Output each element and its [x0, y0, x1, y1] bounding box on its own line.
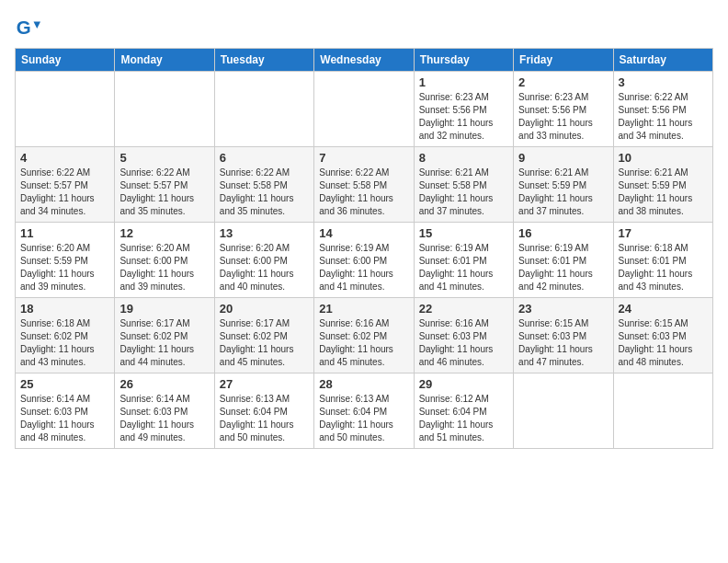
calendar-cell: 15Sunrise: 6:19 AM Sunset: 6:01 PM Dayli…	[414, 223, 513, 298]
calendar-cell	[115, 72, 214, 147]
calendar-cell	[514, 373, 613, 449]
day-number: 10	[619, 151, 708, 165]
calendar-cell: 7Sunrise: 6:22 AM Sunset: 5:58 PM Daylig…	[314, 147, 414, 223]
calendar-cell: 12Sunrise: 6:20 AM Sunset: 6:00 PM Dayli…	[115, 223, 214, 298]
day-info: Sunrise: 6:22 AM Sunset: 5:56 PM Dayligh…	[619, 91, 708, 143]
calendar-header-row: SundayMondayTuesdayWednesdayThursdayFrid…	[16, 49, 713, 72]
day-info: Sunrise: 6:21 AM Sunset: 5:59 PM Dayligh…	[619, 167, 708, 218]
day-number: 7	[319, 151, 408, 165]
day-number: 14	[319, 226, 408, 240]
calendar-week-row: 11Sunrise: 6:20 AM Sunset: 5:59 PM Dayli…	[16, 223, 713, 298]
day-info: Sunrise: 6:18 AM Sunset: 6:02 PM Dayligh…	[20, 317, 109, 369]
calendar-cell: 8Sunrise: 6:21 AM Sunset: 5:58 PM Daylig…	[414, 147, 513, 223]
calendar-cell	[613, 373, 712, 449]
day-info: Sunrise: 6:13 AM Sunset: 6:04 PM Dayligh…	[319, 393, 408, 444]
weekday-header: Sunday	[16, 49, 115, 72]
day-info: Sunrise: 6:20 AM Sunset: 5:59 PM Dayligh…	[20, 242, 109, 293]
day-number: 21	[319, 302, 408, 316]
day-info: Sunrise: 6:23 AM Sunset: 5:56 PM Dayligh…	[419, 91, 508, 143]
calendar-cell: 20Sunrise: 6:17 AM Sunset: 6:02 PM Dayli…	[214, 298, 313, 373]
calendar-cell	[16, 72, 115, 147]
day-number: 22	[419, 302, 508, 316]
day-number: 13	[220, 226, 309, 240]
day-info: Sunrise: 6:12 AM Sunset: 6:04 PM Dayligh…	[419, 393, 508, 444]
logo-icon: G	[15, 15, 40, 40]
day-number: 3	[619, 75, 708, 89]
day-info: Sunrise: 6:15 AM Sunset: 6:03 PM Dayligh…	[619, 317, 708, 369]
calendar-cell: 2Sunrise: 6:23 AM Sunset: 5:56 PM Daylig…	[514, 72, 613, 147]
day-number: 27	[220, 377, 309, 391]
day-info: Sunrise: 6:22 AM Sunset: 5:58 PM Dayligh…	[220, 167, 309, 218]
calendar-cell: 29Sunrise: 6:12 AM Sunset: 6:04 PM Dayli…	[414, 373, 513, 449]
calendar-cell	[314, 72, 414, 147]
calendar-cell: 21Sunrise: 6:16 AM Sunset: 6:02 PM Dayli…	[314, 298, 414, 373]
calendar-cell: 11Sunrise: 6:20 AM Sunset: 5:59 PM Dayli…	[16, 223, 115, 298]
calendar-cell: 19Sunrise: 6:17 AM Sunset: 6:02 PM Dayli…	[115, 298, 214, 373]
day-info: Sunrise: 6:22 AM Sunset: 5:57 PM Dayligh…	[20, 167, 109, 218]
day-number: 18	[20, 302, 109, 316]
day-info: Sunrise: 6:21 AM Sunset: 5:58 PM Dayligh…	[419, 167, 508, 218]
calendar-cell: 1Sunrise: 6:23 AM Sunset: 5:56 PM Daylig…	[414, 72, 513, 147]
day-info: Sunrise: 6:19 AM Sunset: 6:01 PM Dayligh…	[518, 242, 608, 293]
day-info: Sunrise: 6:18 AM Sunset: 6:01 PM Dayligh…	[619, 242, 708, 293]
day-number: 6	[220, 151, 309, 165]
day-info: Sunrise: 6:22 AM Sunset: 5:57 PM Dayligh…	[119, 167, 209, 218]
calendar-week-row: 1Sunrise: 6:23 AM Sunset: 5:56 PM Daylig…	[16, 72, 713, 147]
calendar-cell: 6Sunrise: 6:22 AM Sunset: 5:58 PM Daylig…	[214, 147, 313, 223]
day-number: 25	[20, 377, 109, 391]
weekday-header: Wednesday	[314, 49, 414, 72]
calendar-cell: 5Sunrise: 6:22 AM Sunset: 5:57 PM Daylig…	[115, 147, 214, 223]
page-header: G	[15, 15, 713, 40]
day-info: Sunrise: 6:20 AM Sunset: 6:00 PM Dayligh…	[220, 242, 309, 293]
day-info: Sunrise: 6:23 AM Sunset: 5:56 PM Dayligh…	[518, 91, 608, 143]
calendar-cell: 16Sunrise: 6:19 AM Sunset: 6:01 PM Dayli…	[514, 223, 613, 298]
day-number: 17	[619, 226, 708, 240]
day-info: Sunrise: 6:21 AM Sunset: 5:59 PM Dayligh…	[518, 167, 608, 218]
calendar-cell: 10Sunrise: 6:21 AM Sunset: 5:59 PM Dayli…	[613, 147, 712, 223]
calendar-cell: 3Sunrise: 6:22 AM Sunset: 5:56 PM Daylig…	[613, 72, 712, 147]
calendar-cell: 9Sunrise: 6:21 AM Sunset: 5:59 PM Daylig…	[514, 147, 613, 223]
calendar-cell: 4Sunrise: 6:22 AM Sunset: 5:57 PM Daylig…	[16, 147, 115, 223]
calendar-cell: 18Sunrise: 6:18 AM Sunset: 6:02 PM Dayli…	[16, 298, 115, 373]
calendar-cell: 26Sunrise: 6:14 AM Sunset: 6:03 PM Dayli…	[115, 373, 214, 449]
day-number: 1	[419, 75, 508, 89]
day-info: Sunrise: 6:13 AM Sunset: 6:04 PM Dayligh…	[220, 393, 309, 444]
day-number: 5	[119, 151, 209, 165]
day-info: Sunrise: 6:22 AM Sunset: 5:58 PM Dayligh…	[319, 167, 408, 218]
day-number: 28	[319, 377, 408, 391]
calendar-cell: 13Sunrise: 6:20 AM Sunset: 6:00 PM Dayli…	[214, 223, 313, 298]
day-number: 12	[119, 226, 209, 240]
calendar-week-row: 25Sunrise: 6:14 AM Sunset: 6:03 PM Dayli…	[16, 373, 713, 449]
weekday-header: Saturday	[613, 49, 712, 72]
day-number: 15	[419, 226, 508, 240]
day-info: Sunrise: 6:14 AM Sunset: 6:03 PM Dayligh…	[20, 393, 109, 444]
weekday-header: Friday	[514, 49, 613, 72]
calendar-cell: 25Sunrise: 6:14 AM Sunset: 6:03 PM Dayli…	[16, 373, 115, 449]
day-info: Sunrise: 6:15 AM Sunset: 6:03 PM Dayligh…	[518, 317, 608, 369]
day-number: 20	[220, 302, 309, 316]
calendar-cell: 17Sunrise: 6:18 AM Sunset: 6:01 PM Dayli…	[613, 223, 712, 298]
day-number: 19	[119, 302, 209, 316]
day-number: 26	[119, 377, 209, 391]
day-number: 24	[619, 302, 708, 316]
calendar-cell: 24Sunrise: 6:15 AM Sunset: 6:03 PM Dayli…	[613, 298, 712, 373]
calendar-cell: 28Sunrise: 6:13 AM Sunset: 6:04 PM Dayli…	[314, 373, 414, 449]
weekday-header: Thursday	[414, 49, 513, 72]
day-info: Sunrise: 6:16 AM Sunset: 6:03 PM Dayligh…	[419, 317, 508, 369]
day-number: 4	[20, 151, 109, 165]
calendar-cell: 27Sunrise: 6:13 AM Sunset: 6:04 PM Dayli…	[214, 373, 313, 449]
day-number: 2	[518, 75, 608, 89]
day-info: Sunrise: 6:20 AM Sunset: 6:00 PM Dayligh…	[119, 242, 209, 293]
calendar-week-row: 18Sunrise: 6:18 AM Sunset: 6:02 PM Dayli…	[16, 298, 713, 373]
calendar-cell: 22Sunrise: 6:16 AM Sunset: 6:03 PM Dayli…	[414, 298, 513, 373]
weekday-header: Tuesday	[214, 49, 313, 72]
day-number: 23	[518, 302, 608, 316]
day-info: Sunrise: 6:19 AM Sunset: 6:01 PM Dayligh…	[419, 242, 508, 293]
day-number: 16	[518, 226, 608, 240]
day-info: Sunrise: 6:17 AM Sunset: 6:02 PM Dayligh…	[119, 317, 209, 369]
day-info: Sunrise: 6:16 AM Sunset: 6:02 PM Dayligh…	[319, 317, 408, 369]
day-info: Sunrise: 6:19 AM Sunset: 6:00 PM Dayligh…	[319, 242, 408, 293]
logo: G	[15, 15, 44, 40]
calendar-cell: 23Sunrise: 6:15 AM Sunset: 6:03 PM Dayli…	[514, 298, 613, 373]
day-info: Sunrise: 6:17 AM Sunset: 6:02 PM Dayligh…	[220, 317, 309, 369]
